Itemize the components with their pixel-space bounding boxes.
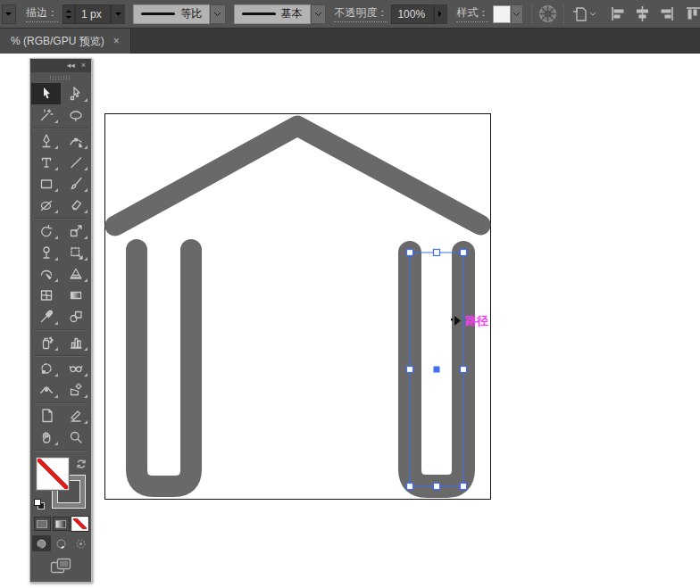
brush-definition-value: 基本 <box>281 6 303 21</box>
panel-drag-grip[interactable] <box>30 72 91 83</box>
tool-scale[interactable] <box>61 220 90 242</box>
opacity-expand-button[interactable] <box>434 4 448 24</box>
none-swatch-icon <box>73 518 87 529</box>
tool-rectangle[interactable] <box>31 173 61 195</box>
none-button[interactable] <box>71 517 88 531</box>
brush-stroke-preview <box>242 12 276 15</box>
tool-hand[interactable] <box>31 427 61 448</box>
tool-eraser[interactable] <box>61 195 90 216</box>
document-tab[interactable]: % (RGB/GPU 预览) × <box>0 29 131 54</box>
slice-tool-icon <box>69 409 83 423</box>
selection-handle-top-right[interactable] <box>461 250 467 256</box>
fill-swatch-none[interactable] <box>37 458 69 490</box>
align-right-button[interactable] <box>659 6 674 21</box>
style-label[interactable]: 样式： <box>456 5 488 22</box>
stroke-width-stepper[interactable] <box>62 4 75 24</box>
tool-paintbrush[interactable] <box>61 173 90 195</box>
align-left-button[interactable] <box>611 6 626 21</box>
tool-lasso[interactable] <box>61 104 90 126</box>
tool-blend[interactable] <box>61 306 90 327</box>
chevron-down-icon <box>512 12 521 17</box>
selection-handle-mid-left[interactable] <box>407 367 413 373</box>
tool-slice[interactable] <box>61 405 90 427</box>
panel-collapse-button[interactable]: ◂◂ <box>67 62 75 70</box>
tool-rotate-view[interactable] <box>31 358 61 379</box>
selection-handle-bottom-left[interactable] <box>407 484 413 490</box>
tool-gradient[interactable] <box>61 285 90 306</box>
selection-handle-mid-right[interactable] <box>461 367 467 373</box>
swap-fill-stroke-icon[interactable] <box>75 458 88 470</box>
color-wheel-icon <box>538 4 557 23</box>
tools-panel-header[interactable]: ◂◂ × <box>30 59 91 72</box>
chevron-down-icon <box>114 12 122 17</box>
selection-handle-top-left[interactable] <box>407 250 413 256</box>
tools-panel[interactable]: ◂◂ × <box>29 58 92 583</box>
style-dropdown[interactable] <box>511 4 523 24</box>
width-profile-dropdown[interactable] <box>210 4 226 24</box>
stroke-width-input[interactable]: 1 px <box>75 4 111 24</box>
selection-handle-bottom-center[interactable] <box>434 484 440 490</box>
tools-grid <box>30 83 91 452</box>
align-center-button[interactable] <box>635 6 650 21</box>
gradient-button[interactable] <box>53 517 70 531</box>
align-top-button[interactable] <box>685 6 700 21</box>
tool-symbol-sprayer[interactable] <box>31 332 61 353</box>
grip-dots <box>50 76 71 80</box>
options-toolbar: 描边： 1 px 等比 基本 不透明度： 100% 样式： <box>0 0 700 29</box>
color-button[interactable] <box>34 517 51 531</box>
arrange-documents-button[interactable] <box>571 6 596 22</box>
tool-perspective-grid[interactable] <box>61 263 90 285</box>
panel-close-button[interactable]: × <box>81 62 86 70</box>
stroke-label[interactable]: 描边： <box>26 5 58 22</box>
stroke-width-dropdown[interactable] <box>111 4 125 24</box>
tool-eyedropper[interactable] <box>31 306 61 327</box>
screen-mode-icon[interactable] <box>50 558 71 575</box>
default-fill-stroke-icon[interactable] <box>34 499 45 509</box>
canvas-area[interactable]: 路径 ◂◂ × <box>0 54 700 588</box>
style-swatch[interactable] <box>493 5 510 23</box>
tool-type[interactable] <box>31 152 61 173</box>
tool-puppet-warp[interactable] <box>31 242 61 263</box>
selection-tool-icon <box>39 87 54 101</box>
tool-rotate[interactable] <box>31 220 61 242</box>
tab-close-button[interactable]: × <box>113 35 120 47</box>
artboard[interactable] <box>105 114 491 500</box>
tool-zoom[interactable] <box>61 427 90 448</box>
tool-magic-wand[interactable] <box>31 104 61 126</box>
tool-free-transform[interactable] <box>61 242 90 263</box>
tool-selection[interactable] <box>31 83 61 104</box>
selection-center-point[interactable] <box>434 367 440 373</box>
width-profile-select[interactable]: 等比 <box>133 4 210 24</box>
smart-guide-label: 路径 <box>464 314 488 327</box>
opacity-label[interactable]: 不透明度： <box>334 5 388 22</box>
tool-width[interactable] <box>31 379 61 401</box>
tool-curvature[interactable] <box>61 130 90 152</box>
mesh-tool-icon <box>39 288 54 302</box>
draw-normal-button[interactable] <box>32 535 51 551</box>
color-dropdown-button[interactable] <box>2 4 16 24</box>
selection-handle-top-center[interactable] <box>434 250 440 256</box>
opacity-input[interactable]: 100% <box>391 4 433 24</box>
selection-handle-bottom-right[interactable] <box>461 484 467 490</box>
toolbar-divider <box>531 4 532 25</box>
tool-shaper[interactable] <box>31 195 61 216</box>
document-tab-title: % (RGB/GPU 预览) <box>11 34 104 49</box>
default-fill-mini <box>34 499 41 506</box>
tool-pen[interactable] <box>31 130 61 152</box>
tool-shape-builder[interactable] <box>31 263 61 285</box>
tool-column-graph[interactable] <box>61 332 90 353</box>
brush-definition-dropdown[interactable] <box>311 4 327 24</box>
tool-live-paint-selection[interactable] <box>61 358 90 379</box>
brush-definition-select[interactable]: 基本 <box>234 4 311 24</box>
gradient-swatch-icon <box>55 520 66 528</box>
tool-direct-selection[interactable] <box>61 83 90 104</box>
tool-artboard[interactable] <box>31 405 61 427</box>
tool-line-segment[interactable] <box>61 152 90 173</box>
tool-mesh[interactable] <box>31 285 61 306</box>
draw-inside-button[interactable] <box>71 535 90 551</box>
recolor-artwork-button[interactable] <box>538 4 557 23</box>
draw-behind-icon <box>55 538 67 550</box>
glasses-tool-icon <box>69 361 83 376</box>
tool-perspective-selection[interactable] <box>61 379 90 401</box>
draw-behind-button[interactable] <box>52 535 71 551</box>
